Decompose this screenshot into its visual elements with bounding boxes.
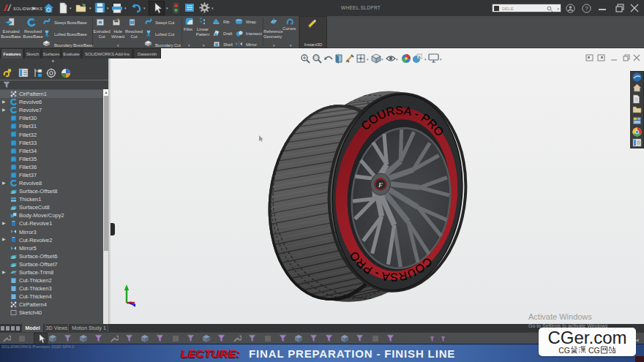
svg-text:F: F <box>378 181 383 189</box>
